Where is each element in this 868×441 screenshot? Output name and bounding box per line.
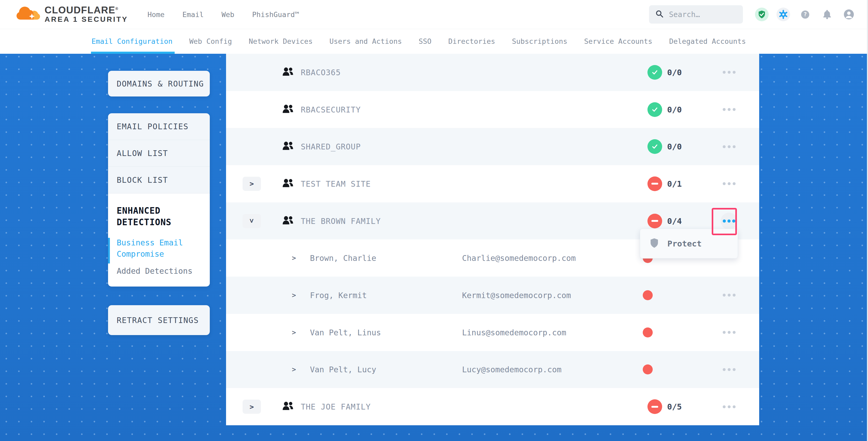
- group-name: THE BROWN FAMILY: [301, 216, 381, 225]
- member-name: Van Pelt, Lucy: [310, 365, 376, 374]
- protection-count: 0/0: [667, 142, 682, 151]
- tab-sso[interactable]: SSO: [419, 29, 432, 54]
- table-row: RBACSECURITY 0/0: [226, 91, 759, 128]
- member-row: > Van Pelt, Linus Linus@somedemocorp.com: [226, 314, 759, 351]
- sidebar-item-business-email-compromise[interactable]: Business Email Compromise: [117, 237, 193, 259]
- member-email: Charlie@somedemocorp.com: [462, 254, 576, 263]
- account-avatar-icon[interactable]: [844, 9, 854, 20]
- chevron-right-icon: >: [250, 180, 254, 187]
- config-tab-bar: Email Configuration Web Config Network D…: [0, 29, 868, 54]
- nav-email[interactable]: Email: [183, 10, 204, 19]
- chevron-right-icon: >: [292, 328, 296, 336]
- logo-text: CLOUDFLARE® AREA 1 SECURITY: [44, 5, 128, 24]
- sidebar-item-allow-list[interactable]: ALLOW LIST: [108, 140, 210, 167]
- notifications-bell-icon[interactable]: [822, 9, 832, 20]
- sidebar-item-domains-routing[interactable]: DOMAINS & ROUTING: [108, 71, 210, 96]
- sidebar-section-enhanced-detections: ENHANCED DETECTIONS Business Email Compr…: [108, 193, 210, 286]
- sidebar-item-email-policies[interactable]: EMAIL POLICIES: [108, 113, 210, 140]
- table-row: > THE JOE FAMILY 0/5: [226, 388, 759, 425]
- logo-title: CLOUDFLARE: [44, 5, 115, 15]
- allow-list-label: ALLOW LIST: [117, 149, 168, 158]
- row-actions-menu-button-active[interactable]: [721, 213, 737, 229]
- tab-network-devices[interactable]: Network Devices: [249, 29, 313, 54]
- table-row: SHARED_GROUP 0/0: [226, 128, 759, 165]
- minus-icon: [651, 406, 658, 408]
- shield-icon: [650, 238, 659, 249]
- row-actions-menu-button[interactable]: [721, 398, 737, 415]
- scrollbar-track[interactable]: [867, 0, 868, 441]
- status-alert-badge: [647, 399, 662, 414]
- tab-email-configuration[interactable]: Email Configuration: [92, 29, 173, 54]
- row-actions-menu-button[interactable]: [721, 361, 737, 378]
- member-row: > Van Pelt, Lucy Lucy@somedemocorp.com: [226, 351, 759, 388]
- search-input[interactable]: [669, 10, 733, 19]
- sidebar-item-retract-settings[interactable]: RETRACT SETTINGS: [108, 305, 210, 335]
- minus-icon: [651, 220, 658, 222]
- group-icon: [282, 178, 294, 189]
- row-actions-menu-button[interactable]: [721, 138, 737, 155]
- status-alert-badge: [647, 177, 662, 191]
- tab-web-config[interactable]: Web Config: [189, 29, 232, 54]
- group-name: THE JOE FAMILY: [301, 402, 371, 411]
- row-actions-menu-button[interactable]: [721, 101, 737, 118]
- protection-count: 0/4: [667, 216, 682, 226]
- table-row: > TEST TEAM SITE 0/1: [226, 165, 759, 202]
- cloudflare-cloud-icon: [15, 6, 41, 23]
- logo-subtitle: AREA 1 SECURITY: [44, 15, 128, 24]
- block-list-label: BLOCK LIST: [117, 176, 168, 185]
- menu-item-protect[interactable]: Protect: [668, 239, 702, 248]
- expand-row-button[interactable]: >: [243, 177, 261, 191]
- chevron-right-icon: >: [292, 291, 296, 299]
- groups-table: RBACO365 0/0 RBACSECURITY 0/0: [226, 54, 759, 425]
- group-icon: [282, 216, 294, 226]
- status-alert-dot: [643, 365, 653, 374]
- member-name: Brown, Charlie: [310, 254, 376, 263]
- table-row: RBACO365 0/0: [226, 54, 759, 91]
- chevron-right-icon: >: [292, 366, 296, 373]
- area1-security-app: CLOUDFLARE® AREA 1 SECURITY Home Email W…: [0, 0, 868, 441]
- tab-directories[interactable]: Directories: [448, 29, 495, 54]
- registered-mark: ®: [115, 6, 119, 11]
- status-ok-badge: [647, 65, 662, 80]
- row-actions-menu-button[interactable]: [721, 324, 737, 341]
- expand-row-button[interactable]: >: [243, 400, 261, 414]
- tab-users-and-actions[interactable]: Users and Actions: [329, 29, 402, 54]
- protection-status-icon[interactable]: [755, 8, 769, 21]
- status-alert-dot: [643, 327, 653, 338]
- sidebar-policies-card: EMAIL POLICIES ALLOW LIST BLOCK LIST ENH…: [108, 113, 210, 287]
- enhanced-detections-title: ENHANCED DETECTIONS: [117, 205, 190, 228]
- email-policies-label: EMAIL POLICIES: [117, 122, 189, 131]
- row-actions-menu-button[interactable]: [721, 176, 737, 192]
- tab-service-accounts[interactable]: Service Accounts: [584, 29, 652, 54]
- member-email: Linus@somedemocorp.com: [462, 328, 566, 337]
- help-glyph: ?: [804, 11, 807, 18]
- sidebar-item-block-list[interactable]: BLOCK LIST: [108, 167, 210, 193]
- protection-count: 0/0: [667, 105, 682, 114]
- top-header: CLOUDFLARE® AREA 1 SECURITY Home Email W…: [0, 0, 868, 29]
- tab-subscriptions[interactable]: Subscriptions: [512, 29, 567, 54]
- tab-delegated-accounts[interactable]: Delegated Accounts: [669, 29, 746, 54]
- chevron-down-icon: >: [248, 219, 255, 223]
- search-box[interactable]: [649, 5, 743, 24]
- help-icon[interactable]: ?: [801, 10, 809, 19]
- row-actions-menu-button[interactable]: [721, 287, 737, 304]
- row-actions-menu-button[interactable]: [721, 64, 737, 81]
- nav-phishguard[interactable]: PhishGuard™: [252, 10, 299, 19]
- header-icon-cluster: ?: [755, 8, 854, 21]
- row-context-menu: Protect: [640, 229, 738, 258]
- settings-sidebar: DOMAINS & ROUTING EMAIL POLICIES ALLOW L…: [108, 71, 210, 335]
- nav-home[interactable]: Home: [148, 10, 165, 19]
- collapse-row-button[interactable]: >: [243, 214, 261, 228]
- settings-gear-icon[interactable]: [776, 8, 790, 21]
- member-name: Frog, Kermit: [310, 290, 367, 300]
- domains-routing-label: DOMAINS & ROUTING: [117, 79, 204, 88]
- nav-web[interactable]: Web: [222, 10, 235, 19]
- status-alert-badge: [647, 214, 662, 228]
- top-nav: Home Email Web PhishGuard™: [148, 10, 299, 19]
- status-ok-badge: [647, 102, 662, 117]
- group-name: SHARED_GROUP: [301, 142, 361, 151]
- minus-icon: [651, 183, 658, 185]
- protection-count: 0/5: [667, 402, 682, 411]
- sidebar-item-added-detections[interactable]: Added Detections: [117, 266, 202, 276]
- cloudflare-logo[interactable]: CLOUDFLARE® AREA 1 SECURITY: [15, 5, 128, 24]
